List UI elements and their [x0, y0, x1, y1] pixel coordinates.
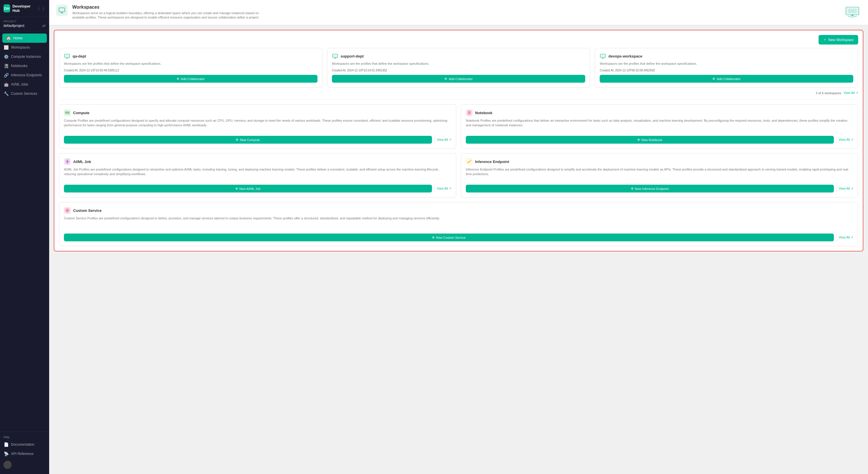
custom-profile-actions: ⊕ New Custom Service View All ↗	[64, 233, 853, 241]
workspace-card-title-qa: qa-dept	[72, 54, 86, 58]
docs-icon: 📄	[3, 442, 9, 447]
svg-rect-15	[66, 113, 67, 113]
project-section: PROJECT defaultproject ⇄	[0, 17, 49, 31]
plus-icon-inference: ⊕	[631, 187, 633, 190]
sidebar-item-custom[interactable]: 🔧 Custom Services	[0, 89, 49, 98]
api-icon: 📡	[3, 451, 9, 456]
new-compute-button[interactable]: ⊕ New Compute	[64, 136, 432, 144]
sidebar-item-workspaces[interactable]: ⬜ Workspaces	[0, 43, 49, 52]
workspace-card-support: support-dept Workspaces are the profiles…	[327, 48, 590, 88]
workspace-card-icon-qa	[64, 53, 70, 59]
sidebar-item-label-home: Home	[13, 36, 23, 40]
sidebar-item-inference[interactable]: 🔗 Inference Endpoints	[0, 70, 49, 80]
sidebar-item-label-custom: Custom Services	[11, 92, 37, 96]
home-icon: 🏠	[6, 36, 11, 40]
sidebar-item-compute[interactable]: ⚙️ Compute Instances	[0, 52, 49, 61]
sidebar-item-label-workspaces: Workspaces	[11, 45, 30, 50]
plus-icon-notebook: ⊕	[637, 138, 640, 141]
profile-header-aiml: AI/ML Job	[64, 158, 451, 165]
workspace-card-date-support: Created At: 2024-12-19T10:24:01.599130Z	[332, 69, 586, 72]
header-text: Workspaces Workspaces serve as a logical…	[72, 5, 269, 20]
project-switch-icon[interactable]: ⇄	[42, 23, 46, 28]
sidebar-item-api[interactable]: 📡 API Reference	[0, 449, 49, 459]
plus-icon-custom: ⊕	[432, 235, 435, 239]
aiml-profile-title: AI/ML Job	[73, 160, 91, 164]
new-notebook-button[interactable]: ⊕ New Notebook	[466, 136, 834, 144]
custom-profile-title: Custom Service	[73, 209, 101, 213]
sidebar-item-aiml[interactable]: 🤖 AI/ML Jobs	[0, 80, 49, 89]
workspace-card-date-qa: Created At: 2024-12-19T10:50:49.538511Z	[64, 69, 317, 72]
workspace-footer: 3 of 6 workspaces View All ↗	[59, 91, 858, 95]
inference-profile-actions: ⊕ New Inference Endpoint View All ↗	[466, 185, 853, 192]
notebook-view-all-button[interactable]: View All ↗	[839, 138, 853, 141]
sidebar: DH Developer Hub ⋮⋮ PROJECT defaultproje…	[0, 0, 49, 474]
add-collaborator-button-devops[interactable]: ⊕ Add Collaborator	[600, 75, 853, 83]
profile-header-notebook: Notebook	[466, 109, 853, 116]
project-name: defaultproject ⇄	[3, 23, 46, 28]
sidebar-help-section: Help 📄 Documentation 📡 API Reference	[0, 431, 49, 474]
aiml-view-all-button[interactable]: View All ↗	[437, 187, 451, 190]
grid-icon[interactable]: ⋮⋮	[36, 6, 46, 11]
sidebar-item-label-notebooks: Notebooks	[11, 64, 28, 68]
header-icon	[56, 5, 68, 16]
compute-profile-icon	[64, 109, 71, 116]
svg-point-3	[852, 14, 853, 16]
cloud-icon	[844, 5, 861, 20]
sidebar-item-label-compute: Compute Instances	[11, 55, 41, 59]
workspace-card-header-devops: devops-workspace	[600, 53, 853, 59]
plus-icon-compute: ⊕	[236, 138, 238, 141]
plus-icon: ＋	[823, 37, 827, 42]
new-workspace-button[interactable]: ＋ New Workspace	[818, 35, 858, 44]
sidebar-logo-section: DH Developer Hub ⋮⋮	[0, 0, 49, 17]
workspace-card-desc-support: Workspaces are the profiles that define …	[332, 62, 586, 66]
sidebar-item-label-aiml: AI/ML Jobs	[11, 83, 28, 87]
workspace-cards-grid: qa-dept Workspaces are the profiles that…	[59, 48, 858, 88]
plus-icon-collab-support: ⊕	[444, 77, 447, 81]
notebook-profile-actions: ⊕ New Notebook View All ↗	[466, 136, 853, 144]
workspace-card-header-support: support-dept	[332, 53, 586, 59]
custom-icon: 🔧	[3, 91, 9, 96]
aiml-profile-icon	[64, 158, 71, 165]
workspaces-icon: ⬜	[3, 45, 9, 50]
plus-icon-collab-qa: ⊕	[177, 77, 179, 81]
page-title: Workspaces	[72, 5, 269, 10]
add-collaborator-button-support[interactable]: ⊕ Add Collaborator	[332, 75, 586, 83]
sidebar-item-docs[interactable]: 📄 Documentation	[0, 440, 49, 449]
custom-profile-icon	[64, 207, 71, 214]
avatar	[3, 461, 11, 469]
workspace-card-desc-devops: Workspaces are the profiles that define …	[600, 62, 853, 66]
new-workspace-label: New Workspace	[828, 38, 854, 42]
profile-section-custom: Custom Service Custom Service Profiles a…	[59, 202, 858, 246]
notebook-profile-title: Notebook	[475, 111, 492, 115]
sidebar-item-notebooks[interactable]: 📓 Notebooks	[0, 61, 49, 70]
new-aiml-button[interactable]: ⊕ New AI/ML Job	[64, 185, 432, 192]
compute-icon: ⚙️	[3, 54, 9, 59]
compute-profile-actions: ⊕ New Compute View All ↗	[64, 136, 451, 144]
svg-rect-2	[848, 9, 857, 13]
svg-rect-16	[67, 112, 69, 113]
profile-header-custom: Custom Service	[64, 207, 853, 214]
profile-section-compute: Compute Compute Profiles are predefined …	[59, 104, 456, 149]
compute-view-all-button[interactable]: View All ↗	[437, 138, 451, 141]
workspaces-container: ＋ New Workspace qa-dept Workspaces are t…	[54, 30, 863, 251]
new-inference-button[interactable]: ⊕ New Inference Endpoint	[466, 185, 834, 192]
sidebar-nav: 🏠 Home ⬜ Workspaces ⚙️ Compute Instances…	[0, 31, 49, 431]
sidebar-item-home[interactable]: 🏠 Home	[2, 34, 47, 43]
aiml-profile-actions: ⊕ New AI/ML Job View All ↗	[64, 185, 451, 192]
compute-profile-title: Compute	[73, 111, 89, 115]
inference-view-all-button[interactable]: View All ↗	[839, 187, 853, 190]
add-collaborator-button-qa[interactable]: ⊕ Add Collaborator	[64, 75, 317, 83]
custom-profile-desc: Custom Service Profiles are predefined c…	[64, 216, 853, 230]
svg-rect-0	[59, 8, 65, 12]
new-custom-service-button[interactable]: ⊕ New Custom Service	[64, 233, 834, 241]
plus-icon-aiml: ⊕	[235, 187, 238, 190]
custom-view-all-button[interactable]: View All ↗	[839, 235, 853, 239]
workspaces-view-all-link[interactable]: View All ↗	[844, 91, 858, 95]
workspace-card-title-devops: devops-workspace	[608, 54, 642, 58]
sidebar-item-label-inference: Inference Endpoints	[11, 73, 42, 77]
sidebar-item-label-api: API Reference	[11, 452, 34, 456]
inference-profile-desc: Inference Endpoint Profiles are predefin…	[466, 167, 853, 181]
workspace-card-desc-qa: Workspaces are the profiles that define …	[64, 62, 317, 66]
workspace-card-date-devops: Created At: 2024-12-19T06:32:09.466259Z	[600, 69, 853, 72]
workspace-card-header-qa: qa-dept	[64, 53, 317, 59]
